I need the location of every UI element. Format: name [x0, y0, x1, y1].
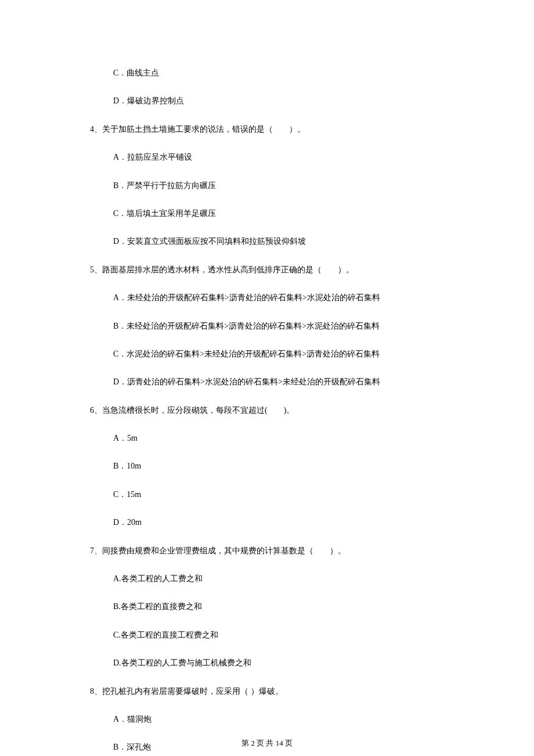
- q6-option-b: B．10m: [90, 460, 444, 473]
- q6-option-d: D．20m: [90, 516, 444, 529]
- q5-option-a: A．未经处治的开级配碎石集料>沥青处治的碎石集料>水泥处治的碎石集料: [90, 291, 444, 304]
- q8-stem: 8、挖孔桩孔内有岩层需要爆破时，应采用（ ）爆破。: [90, 685, 444, 698]
- page-content: C．曲线主点 D．爆破边界控制点 4、关于加筋土挡土墙施工要求的说法，错误的是（…: [0, 0, 534, 754]
- q7-option-c: C.各类工程的直接工程费之和: [90, 629, 444, 642]
- q4-option-b: B．严禁平行于拉筋方向碾压: [90, 179, 444, 192]
- q7-stem: 7、间接费由规费和企业管理费组成，其中规费的计算基数是（ ）。: [90, 545, 444, 557]
- q7-option-d: D.各类工程的人工费与施工机械费之和: [90, 657, 444, 669]
- q3-option-d: D．爆破边界控制点: [90, 95, 444, 107]
- q3-option-c: C．曲线主点: [90, 67, 444, 80]
- q6-stem: 6、当急流槽很长时，应分段砌筑，每段不宜超过( )。: [90, 404, 444, 417]
- q8-option-a: A．猫洞炮: [90, 713, 444, 726]
- q5-stem: 5、路面基层排水层的透水材料，透水性从高到低排序正确的是（ ）。: [90, 264, 444, 276]
- q4-option-a: A．拉筋应呈水平铺设: [90, 151, 444, 164]
- q4-stem: 4、关于加筋土挡土墙施工要求的说法，错误的是（ ）。: [90, 123, 444, 136]
- page-footer: 第 2 页 共 14 页: [0, 737, 534, 750]
- q5-option-b: B．未经处治的开级配碎石集料>沥青处治的碎石集料>水泥处治的碎石集料: [90, 320, 444, 333]
- q4-option-d: D．安装直立式强面板应按不同填料和拉筋预设仰斜坡: [90, 235, 444, 248]
- q7-option-a: A.各类工程的人工费之和: [90, 573, 444, 585]
- q6-option-a: A．5m: [90, 432, 444, 445]
- q6-option-c: C．15m: [90, 488, 444, 501]
- q4-option-c: C．墙后填土宜采用羊足碾压: [90, 207, 444, 220]
- q5-option-d: D．沥青处治的碎石集料>水泥处治的碎石集料>未经处治的开级配碎石集料: [90, 376, 444, 388]
- q5-option-c: C．水泥处治的碎石集料>未经处治的开级配碎石集料>沥青处治的碎石集料: [90, 348, 444, 361]
- q7-option-b: B.各类工程的直接费之和: [90, 600, 444, 613]
